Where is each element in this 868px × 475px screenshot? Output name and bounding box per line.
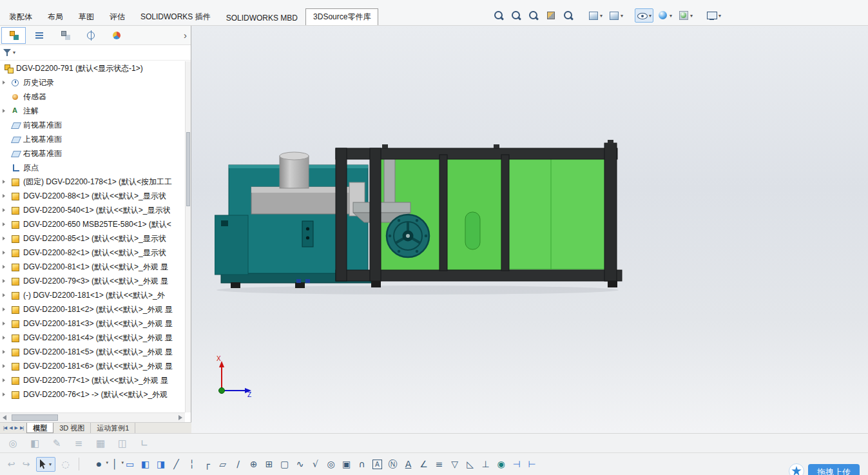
parallelogram-icon[interactable]: ▱	[215, 456, 230, 472]
select-tool-button[interactable]: ▾	[36, 457, 55, 472]
appearance-swatch-icon[interactable]: ◧	[27, 438, 43, 449]
tree-item[interactable]: DGV-D2200-650 MSB25TE-580<1> (默认<	[0, 217, 185, 231]
expand-arrow-icon[interactable]	[3, 336, 10, 340]
appearance-target-icon[interactable]: ◉	[494, 456, 508, 472]
sketch-edit-icon[interactable]: ✎	[49, 438, 64, 449]
panel-flyout-icon[interactable]: ›	[180, 30, 191, 41]
view-settings-icon[interactable]	[704, 8, 723, 23]
graphics-area[interactable]: X Z	[191, 26, 868, 433]
hatch-pattern-icon[interactable]: ▦	[93, 438, 108, 449]
dropdown-caret-icon[interactable]: ▾	[49, 461, 52, 467]
tree-item[interactable]: DGV-D2200-81<1> (默认<<默认>_外观 显	[0, 260, 185, 274]
frame-column[interactable]	[336, 148, 347, 281]
extruded-boss-icon[interactable]: ◧	[138, 456, 153, 472]
previous-view-icon[interactable]	[526, 8, 541, 23]
mirror-components-icon[interactable]: ◫	[115, 438, 130, 449]
perimeter-circle-icon[interactable]: ⊕	[246, 456, 261, 472]
tree-item[interactable]: 传感器	[0, 90, 185, 104]
section-view-icon[interactable]	[543, 8, 559, 23]
next-tab-icon[interactable]: ▶	[14, 425, 19, 431]
tree-item[interactable]: 前视基准面	[0, 118, 185, 132]
scroll-left-icon[interactable]	[3, 415, 6, 420]
display-style-icon[interactable]	[606, 8, 625, 23]
expand-arrow-icon[interactable]	[3, 251, 10, 255]
expand-arrow-icon[interactable]	[3, 364, 10, 368]
expand-arrow-icon[interactable]	[3, 222, 10, 226]
featuremanager-tab[interactable]	[1, 27, 26, 44]
view-orientation-icon[interactable]	[586, 8, 604, 23]
expand-arrow-icon[interactable]	[3, 194, 10, 198]
support-column[interactable]	[384, 157, 395, 208]
tree-item[interactable]: 注解	[0, 104, 185, 118]
vertical-scrollbar[interactable]	[185, 61, 191, 412]
tree-item[interactable]: DGV-D2200-77<1> (默认<<默认>_外观 显	[0, 373, 185, 387]
document-tab[interactable]: 模型	[26, 423, 53, 433]
scroll-right-icon[interactable]	[178, 415, 182, 420]
corner-snap-icon[interactable]: ┌	[200, 456, 215, 472]
filter-icon[interactable]	[3, 48, 12, 57]
centerline-icon[interactable]: ╎	[184, 456, 199, 472]
dimxpertmanager-tab[interactable]	[79, 27, 103, 44]
datum-feature-icon[interactable]: ⊥	[478, 456, 493, 472]
straight-slot-icon[interactable]: ▢	[277, 456, 292, 472]
note-icon[interactable]: Ⓝ	[385, 456, 400, 472]
expand-arrow-icon[interactable]	[3, 322, 10, 325]
line-format-icon[interactable]: ≡	[71, 438, 86, 449]
cylinder-body[interactable]	[280, 156, 309, 188]
extruded-cut-icon[interactable]: ◨	[153, 456, 168, 472]
tree-item[interactable]: DGV-D2200-76<1> -> (默认<<默认>_外观	[0, 387, 185, 402]
machine-foot[interactable]	[231, 282, 240, 288]
sketch-chamfer-icon[interactable]: ∠	[416, 456, 431, 472]
center-rectangle-icon[interactable]: ⊞	[262, 456, 276, 472]
weld-symbol-icon[interactable]: ◺	[463, 456, 477, 472]
midpoint-line-icon[interactable]: ∕	[231, 456, 246, 472]
holes-plate[interactable]	[302, 221, 313, 247]
scrollbar-thumb[interactable]	[12, 414, 58, 421]
edit-appearance-icon[interactable]	[655, 8, 674, 23]
expand-arrow-icon[interactable]	[3, 393, 10, 396]
expand-arrow-icon[interactable]	[3, 279, 10, 283]
dynamic-mirror-icon[interactable]: ╱	[169, 456, 184, 472]
ribbon-tab[interactable]: 布局	[40, 8, 71, 25]
expand-arrow-icon[interactable]	[3, 208, 10, 212]
tree-item[interactable]: DGV-D2200-181<6> (默认<<默认>_外观 显	[0, 359, 185, 373]
expand-arrow-icon[interactable]	[3, 237, 10, 240]
connector-block[interactable]	[305, 279, 310, 283]
zoom-area-icon[interactable]	[508, 8, 524, 23]
mate-left-icon[interactable]: ⊣	[509, 456, 524, 472]
zoom-fit-icon[interactable]	[491, 8, 506, 23]
tree-item[interactable]: DGV-D2200-79<3> (默认<<默认>_外观 显	[0, 274, 185, 288]
green-panel[interactable]	[508, 159, 606, 269]
dynamic-annotation-icon[interactable]	[561, 8, 576, 23]
motor-wheel[interactable]	[387, 215, 429, 257]
tangent-arc-icon[interactable]: ∩	[354, 456, 369, 472]
line-icon[interactable]: │	[107, 456, 122, 472]
document-tab[interactable]: 运动算例1	[91, 423, 135, 433]
first-tab-icon[interactable]: |◀	[2, 425, 8, 431]
tree-item[interactable]: (-) DGV-D2200-181<1> (默认<<默认>_外	[0, 288, 185, 302]
3dsource-logo-icon[interactable]	[789, 463, 804, 475]
tree-item[interactable]: DGV-D2200-181<2> (默认<<默认>_外观 显	[0, 302, 185, 316]
text-icon[interactable]: A	[372, 460, 382, 469]
tree-item[interactable]: 历史记录	[0, 75, 185, 90]
tree-item[interactable]: (固定) DGV-D2200-178<1> (默认<按加工工	[0, 175, 185, 189]
frame-column[interactable]	[604, 143, 617, 281]
expand-arrow-icon[interactable]	[3, 350, 10, 354]
configurationmanager-tab[interactable]	[53, 27, 77, 44]
prev-tab-icon[interactable]: ◀	[8, 425, 13, 431]
scrollbar-thumb[interactable]	[186, 132, 190, 206]
last-tab-icon[interactable]: ▶|	[19, 425, 24, 431]
circle-icon[interactable]: ◎	[323, 456, 338, 472]
tree-item[interactable]: DGV-D2200-181<4> (默认<<默认>_外观 显	[0, 331, 185, 345]
propertymanager-tab[interactable]	[27, 27, 52, 44]
green-pill[interactable]	[465, 212, 480, 249]
tree-item[interactable]: DGV-D2200-181<3> (默认<<默认>_外观 显	[0, 316, 185, 331]
undo-icon[interactable]: ↩	[4, 456, 19, 472]
tree-item[interactable]: 右视基准面	[0, 146, 185, 160]
ribbon-tab[interactable]: SOLIDWORKS MBD	[218, 10, 305, 25]
surface-finish-icon[interactable]: ▽	[447, 456, 462, 472]
connector-block[interactable]	[296, 279, 301, 283]
cylinder-top[interactable]	[280, 152, 309, 160]
apply-scene-icon[interactable]	[676, 8, 695, 23]
tree-item[interactable]: DGV-D2200-85<1> (默认<<默认>_显示状	[0, 231, 185, 246]
